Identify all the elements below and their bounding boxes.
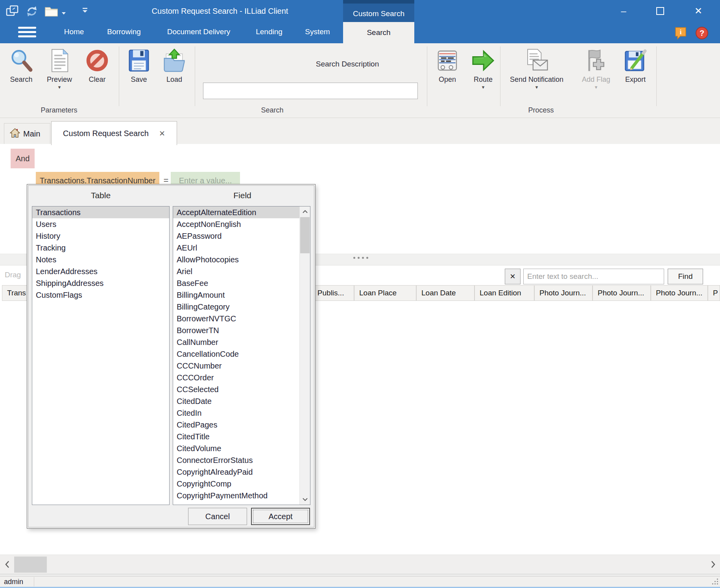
- search-description-input[interactable]: [203, 83, 418, 99]
- grid-column-loan-date[interactable]: Loan Date: [416, 285, 474, 301]
- menu-home[interactable]: Home: [64, 28, 84, 36]
- refresh-icon[interactable]: [24, 5, 39, 20]
- field-list-item[interactable]: CCSelected: [173, 383, 299, 395]
- grid-column-loan-edition[interactable]: Loan Edition: [474, 285, 534, 301]
- route-dropdown-icon[interactable]: ▾: [454, 85, 513, 90]
- resize-grip-icon[interactable]: [712, 578, 718, 586]
- field-list-item[interactable]: BillingCategory: [173, 301, 299, 313]
- maximize-button[interactable]: [646, 0, 674, 22]
- scroll-right-icon[interactable]: [707, 558, 718, 571]
- tab-main[interactable]: Main: [4, 123, 50, 144]
- table-listbox: Transactions Users History Tracking Note…: [32, 206, 170, 505]
- scrollbar-thumb[interactable]: [300, 217, 310, 253]
- table-list-item[interactable]: CustomFlags: [32, 289, 169, 301]
- horizontal-scrollbar[interactable]: [0, 555, 720, 574]
- field-list-item[interactable]: Ariel: [173, 265, 299, 277]
- field-list-item[interactable]: CopyrightPaymentMethod: [173, 490, 299, 501]
- send-notification-button[interactable]: Send Notification ▾: [507, 48, 566, 90]
- minimize-icon: –: [621, 6, 626, 17]
- field-list-item[interactable]: CitedDate: [173, 395, 299, 407]
- menu-borrowing[interactable]: Borrowing: [107, 28, 141, 36]
- folder-dropdown-icon[interactable]: [61, 9, 66, 17]
- field-list-scrollbar[interactable]: [299, 206, 310, 505]
- field-list-item[interactable]: BillingAmount: [173, 289, 299, 301]
- field-list-item[interactable]: CCCOrder: [173, 372, 299, 383]
- table-list-item[interactable]: LenderAddresses: [32, 265, 169, 277]
- preview-dropdown-icon[interactable]: ▾: [30, 85, 89, 90]
- info-icon[interactable]: i: [674, 26, 688, 40]
- field-list-item[interactable]: ConnectorErrorStatus: [173, 454, 299, 466]
- minimize-button[interactable]: –: [610, 0, 637, 22]
- horizontal-scrollbar-thumb[interactable]: [14, 557, 47, 573]
- table-list-item[interactable]: Users: [32, 218, 169, 230]
- close-button[interactable]: ✕: [685, 0, 712, 22]
- send-notification-dropdown-icon[interactable]: ▾: [507, 85, 566, 90]
- scroll-left-icon[interactable]: [2, 558, 13, 571]
- clear-search-button[interactable]: ✕: [505, 269, 521, 284]
- field-list-item[interactable]: AEUrl: [173, 242, 299, 254]
- tab-close-icon[interactable]: ✕: [159, 129, 165, 138]
- table-list-item-selected[interactable]: Transactions: [32, 206, 169, 218]
- field-list-item[interactable]: CopyrightAlreadyPaid: [173, 466, 299, 478]
- field-list-item[interactable]: CallNumber: [173, 336, 299, 348]
- folder-icon[interactable]: [44, 5, 60, 20]
- grid-column-loan-place[interactable]: Loan Place: [354, 285, 416, 301]
- svg-text:?: ?: [700, 29, 704, 37]
- field-list-item[interactable]: AcceptNonEnglish: [173, 218, 299, 230]
- accept-button[interactable]: Accept: [251, 508, 310, 525]
- scroll-up-icon[interactable]: [300, 206, 310, 217]
- window-title: Custom Request Search - ILLiad Client: [152, 7, 288, 16]
- send-notification-icon: [507, 48, 566, 73]
- grid-search-input[interactable]: [523, 269, 664, 284]
- field-list-item[interactable]: CitedPages: [173, 419, 299, 431]
- field-list-item[interactable]: CopyrightComp: [173, 478, 299, 490]
- grid-column-partial[interactable]: P: [708, 285, 720, 301]
- tab-custom-request-search[interactable]: Custom Request Search ✕: [51, 121, 177, 145]
- hamburger-menu-icon[interactable]: [18, 27, 36, 39]
- field-list-item[interactable]: CCCNumber: [173, 360, 299, 372]
- query-operator-chip[interactable]: And: [11, 149, 35, 168]
- field-list-item[interactable]: CitedIn: [173, 407, 299, 419]
- scroll-down-icon[interactable]: [300, 494, 310, 505]
- home-icon: [10, 128, 20, 140]
- customize-quick-access-icon[interactable]: [82, 7, 88, 16]
- grid-column-photo-journal-3[interactable]: Photo Journ...: [651, 285, 708, 301]
- field-list-item[interactable]: BaseFee: [173, 277, 299, 289]
- field-list-item[interactable]: CitedTitle: [173, 431, 299, 442]
- close-icon: ✕: [694, 6, 702, 17]
- field-listbox: AcceptAlternateEdition AcceptNonEnglish …: [173, 206, 310, 505]
- status-separator: [34, 577, 34, 586]
- ribbon-separator: [195, 46, 195, 106]
- clear-search-icon: ✕: [510, 272, 515, 281]
- table-list-item[interactable]: Tracking: [32, 242, 169, 254]
- field-list-item[interactable]: BorrowerNVTGC: [173, 313, 299, 324]
- menu-document-delivery[interactable]: Document Delivery: [167, 28, 231, 36]
- ribbon-tab-search[interactable]: Search: [343, 22, 414, 43]
- field-list-item-selected[interactable]: AcceptAlternateEdition: [173, 206, 299, 218]
- help-icon[interactable]: ?: [695, 26, 709, 40]
- splitter-grip-icon[interactable]: [353, 257, 368, 259]
- app-icon[interactable]: [6, 5, 20, 20]
- menu-lending[interactable]: Lending: [256, 28, 282, 36]
- ribbon-separator: [500, 46, 500, 106]
- field-list-item[interactable]: AllowPhotocopies: [173, 254, 299, 265]
- cancel-button[interactable]: Cancel: [188, 508, 247, 525]
- menu-system[interactable]: System: [305, 28, 330, 36]
- ribbon-toolbar: Search Preview ▾ Clear Save Load Search …: [0, 43, 720, 118]
- find-button[interactable]: Find: [668, 269, 703, 284]
- field-list-item[interactable]: BorrowerTN: [173, 324, 299, 336]
- group-label-search: Search: [261, 106, 283, 114]
- grid-column-photo-journal-1[interactable]: Photo Journ...: [534, 285, 593, 301]
- table-list-item[interactable]: History: [32, 230, 169, 242]
- route-button[interactable]: Route ▾: [454, 48, 513, 90]
- table-list-item[interactable]: Notes: [32, 254, 169, 265]
- field-list-item[interactable]: CancellationCode: [173, 348, 299, 360]
- grid-column-photo-journal-2[interactable]: Photo Journ...: [593, 285, 651, 301]
- field-list-item[interactable]: AEPassword: [173, 230, 299, 242]
- group-label-process: Process: [528, 106, 554, 114]
- table-list-item[interactable]: ShippingAddresses: [32, 277, 169, 289]
- document-tab-strip: Main Custom Request Search ✕: [0, 118, 720, 144]
- maximize-icon: [656, 7, 664, 15]
- field-column-header: Field: [233, 191, 251, 200]
- field-list-item[interactable]: CitedVolume: [173, 442, 299, 454]
